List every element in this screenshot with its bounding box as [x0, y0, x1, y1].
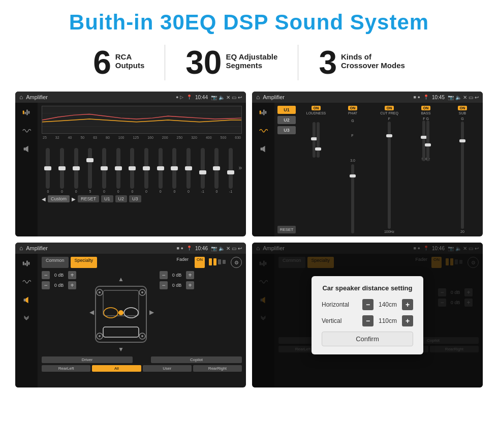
expand-icon-xo[interactable] [19, 313, 34, 324]
spk-tl-plus[interactable]: + [68, 271, 76, 279]
eq-slider-9[interactable]: 0 [168, 148, 181, 193]
fader-sliders[interactable] [209, 257, 226, 267]
spk-row-br: − 0 dB + [160, 281, 200, 289]
amp-ch-loudness: ON LOUDNESS [299, 106, 333, 233]
svg-point-24 [124, 308, 138, 318]
eq-slider-4[interactable]: 0 [98, 148, 111, 193]
eq-slider-7[interactable]: 0 [140, 148, 153, 193]
xo-body: − 0 dB + − 0 dB + [42, 271, 242, 352]
amp-u2-btn[interactable]: U2 [277, 116, 296, 124]
amp-topbar-icons: 📷 🔈 ✕ ▭ ↩ [448, 95, 479, 100]
stat-label-crossover1: Kinds of [341, 52, 405, 61]
confirm-button[interactable]: Confirm [322, 332, 413, 346]
dialog-title: Car speaker distance setting [322, 284, 413, 292]
eq-graph [42, 106, 242, 134]
eq-slider-11[interactable]: -1 [196, 148, 209, 193]
wave-icon-xo[interactable] [19, 276, 34, 287]
wave-icon[interactable] [19, 125, 34, 136]
car-diagram: ▲ ▼ ◀ ▶ [85, 271, 157, 352]
xo-main: Common Specialty Fader ON ⚙ [38, 254, 246, 387]
spk-br-minus[interactable]: − [160, 281, 168, 289]
speaker-icon-xo[interactable] [19, 294, 34, 306]
eq-icon-amp[interactable] [256, 107, 270, 118]
eq-icon-xo[interactable] [19, 258, 34, 269]
speaker-icon-amp[interactable] [256, 143, 270, 155]
eq-slider-6[interactable]: 0 [126, 148, 139, 193]
freq-label-5: 80 [106, 136, 110, 139]
home-icon-xo[interactable]: ⌂ [19, 245, 23, 252]
btn-rearleft[interactable]: RearLeft [42, 365, 90, 372]
eq-slider-3[interactable]: 5 [84, 148, 97, 193]
fader-on-badge: ON [195, 257, 205, 268]
eq-next-btn[interactable]: ▶ [72, 196, 76, 202]
svg-marker-20 [25, 297, 28, 304]
spk-br-plus[interactable]: + [186, 281, 194, 289]
spk-tl-minus[interactable]: − [42, 271, 50, 279]
speaker-icon-sidebar[interactable] [19, 143, 34, 155]
freq-label-1: 32 [55, 136, 59, 139]
amp-sidebar [252, 103, 274, 236]
back-icon-eq[interactable]: ↩ [238, 95, 242, 100]
eq-slider-12[interactable]: 0 [210, 148, 223, 193]
vertical-label: Vertical [322, 317, 341, 324]
eq-sliders-area: 0 0 0 5 [42, 142, 242, 193]
eq-u1-btn[interactable]: U1 [101, 195, 113, 202]
btn-all[interactable]: All [92, 365, 141, 372]
btn-driver[interactable]: Driver [42, 356, 133, 363]
spk-bl-minus[interactable]: − [42, 281, 50, 289]
freq-label-10: 250 [177, 136, 183, 139]
eq-icon[interactable] [19, 107, 34, 118]
freq-label-4: 63 [93, 136, 97, 139]
expand-arrow[interactable]: » [238, 164, 242, 171]
xo-tab-specialty[interactable]: Specialty [71, 257, 98, 268]
eq-reset-btn[interactable]: RESET [78, 195, 99, 202]
eq-u2-btn[interactable]: U2 [115, 195, 128, 202]
eq-slider-13[interactable]: -1 [225, 148, 237, 193]
svg-text:◀: ◀ [89, 309, 95, 316]
home-icon-amp[interactable]: ⌂ [256, 94, 260, 101]
eq-slider-2[interactable]: 0 [70, 148, 82, 193]
eq-preset-custom[interactable]: Custom [48, 195, 70, 202]
eq-prev-btn[interactable]: ◀ [42, 196, 46, 202]
xo-screen-content: Common Specialty Fader ON ⚙ [15, 254, 246, 387]
btn-copilot[interactable]: Copilot [151, 356, 242, 363]
fader-label: Fader [176, 257, 189, 268]
spk-tr-minus[interactable]: − [160, 271, 168, 279]
btn-rearright[interactable]: RearRight [193, 365, 242, 372]
vertical-minus-btn[interactable]: − [362, 315, 374, 326]
back-icon-xo[interactable]: ↩ [238, 246, 242, 251]
wave-icon-amp[interactable] [256, 125, 270, 136]
vertical-plus-btn[interactable]: + [402, 315, 413, 326]
eq-u3-btn[interactable]: U3 [129, 195, 141, 202]
back-icon-amp[interactable]: ↩ [475, 95, 479, 100]
xo-right-speakers: − 0 dB + − 0 dB + [160, 271, 200, 289]
amp-reset-btn[interactable]: RESET [277, 226, 296, 233]
horizontal-minus-btn[interactable]: − [362, 299, 374, 310]
amp-u1-btn[interactable]: U1 [277, 106, 296, 114]
crossover-screen-panel: ⌂ Amplifier ■ ● 📍 10:46 📷 🔈 ✕ ▭ ↩ [15, 243, 246, 387]
eq-slider-10[interactable]: 0 [182, 148, 195, 193]
eq-slider-1[interactable]: 0 [56, 148, 69, 193]
spk-bl-val: 0 dB [52, 283, 66, 288]
settings-icon-xo[interactable]: ⚙ [231, 257, 242, 268]
amp-screen-content: U1 U2 U3 RESET ON LOUDNESS [252, 103, 483, 236]
amp-screen-panel: ⌂ Amplifier ■ ● 📍 10:45 📷 🔈 ✕ ▭ ↩ [252, 92, 483, 236]
spk-bl-plus[interactable]: + [68, 281, 76, 289]
spk-tr-plus[interactable]: + [186, 271, 194, 279]
amp-u3-btn[interactable]: U3 [277, 126, 296, 134]
xo-bottom-buttons-2: RearLeft All User RearRight [42, 365, 242, 372]
phat-val: 3.0 [350, 159, 355, 162]
home-icon[interactable]: ⌂ [19, 94, 23, 101]
xo-bottom-buttons: Driver Copilot [42, 356, 242, 363]
eq-slider-0[interactable]: 0 [42, 148, 54, 193]
spk-tl-val: 0 dB [52, 273, 66, 278]
amp-topbar-title: Amplifier [263, 94, 410, 100]
svg-rect-17 [26, 261, 28, 266]
btn-user[interactable]: User [143, 365, 192, 372]
eq-slider-5[interactable]: 0 [112, 148, 124, 193]
spk-row-tr: − 0 dB + [160, 271, 200, 279]
eq-slider-8[interactable]: 0 [154, 148, 167, 193]
volume-icon-amp: 🔈 [455, 95, 461, 100]
horizontal-plus-btn[interactable]: + [402, 299, 413, 310]
xo-tab-common[interactable]: Common [42, 257, 69, 268]
